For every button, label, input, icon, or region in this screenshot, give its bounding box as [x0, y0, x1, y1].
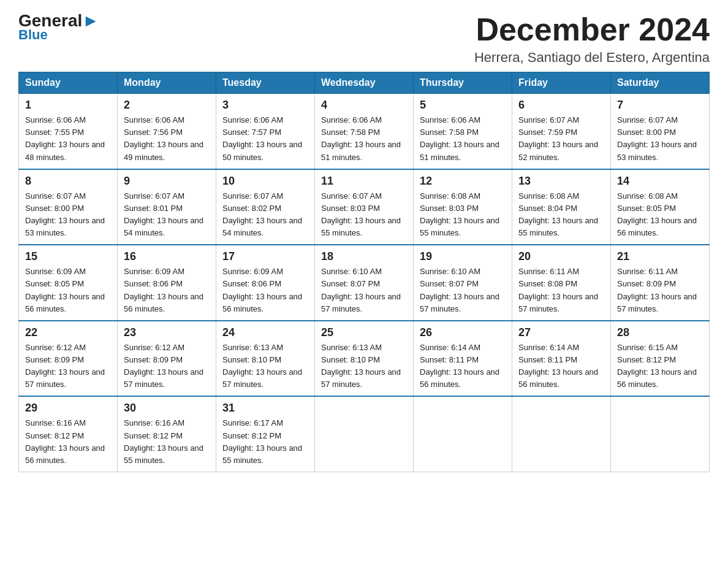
day-info: Sunrise: 6:06 AMSunset: 7:58 PMDaylight:…	[420, 114, 506, 164]
day-cell: 3Sunrise: 6:06 AMSunset: 7:57 PMDaylight…	[216, 94, 315, 169]
day-info: Sunrise: 6:16 AMSunset: 8:12 PMDaylight:…	[25, 417, 111, 467]
calendar-table: SundayMondayTuesdayWednesdayThursdayFrid…	[18, 72, 710, 472]
day-cell: 30Sunrise: 6:16 AMSunset: 8:12 PMDayligh…	[118, 396, 216, 472]
day-cell: 8Sunrise: 6:07 AMSunset: 8:00 PMDaylight…	[19, 169, 118, 245]
month-title: December 2024	[474, 12, 710, 47]
day-number: 25	[321, 326, 407, 339]
week-row-4: 22Sunrise: 6:12 AMSunset: 8:09 PMDayligh…	[19, 321, 710, 397]
day-info: Sunrise: 6:16 AMSunset: 8:12 PMDaylight:…	[124, 417, 210, 467]
day-cell: 10Sunrise: 6:07 AMSunset: 8:02 PMDayligh…	[216, 169, 315, 245]
day-cell: 6Sunrise: 6:07 AMSunset: 7:59 PMDaylight…	[512, 94, 611, 169]
day-info: Sunrise: 6:13 AMSunset: 8:10 PMDaylight:…	[222, 342, 308, 391]
day-info: Sunrise: 6:06 AMSunset: 7:58 PMDaylight:…	[321, 114, 407, 164]
header-friday: Friday	[512, 72, 611, 94]
day-number: 11	[321, 175, 407, 188]
day-info: Sunrise: 6:15 AMSunset: 8:12 PMDaylight:…	[617, 342, 703, 391]
day-info: Sunrise: 6:17 AMSunset: 8:12 PMDaylight:…	[222, 417, 308, 467]
day-info: Sunrise: 6:12 AMSunset: 8:09 PMDaylight:…	[124, 342, 210, 391]
header-wednesday: Wednesday	[315, 72, 414, 94]
day-cell: 4Sunrise: 6:06 AMSunset: 7:58 PMDaylight…	[315, 94, 414, 169]
day-cell	[611, 396, 710, 472]
day-cell: 19Sunrise: 6:10 AMSunset: 8:07 PMDayligh…	[414, 245, 512, 321]
day-cell: 28Sunrise: 6:15 AMSunset: 8:12 PMDayligh…	[611, 321, 710, 397]
day-cell: 13Sunrise: 6:08 AMSunset: 8:04 PMDayligh…	[512, 169, 611, 245]
day-info: Sunrise: 6:09 AMSunset: 8:05 PMDaylight:…	[25, 266, 111, 315]
day-info: Sunrise: 6:11 AMSunset: 8:08 PMDaylight:…	[518, 266, 604, 315]
day-cell: 23Sunrise: 6:12 AMSunset: 8:09 PMDayligh…	[118, 321, 216, 397]
day-cell: 29Sunrise: 6:16 AMSunset: 8:12 PMDayligh…	[19, 396, 118, 472]
day-cell	[315, 396, 414, 472]
day-number: 8	[25, 175, 111, 188]
day-info: Sunrise: 6:07 AMSunset: 8:03 PMDaylight:…	[321, 190, 407, 240]
page-header: General► Blue December 2024 Herrera, San…	[18, 12, 710, 66]
day-number: 7	[617, 99, 703, 112]
day-cell: 7Sunrise: 6:07 AMSunset: 8:00 PMDaylight…	[611, 94, 710, 169]
day-cell: 21Sunrise: 6:11 AMSunset: 8:09 PMDayligh…	[611, 245, 710, 321]
day-number: 4	[321, 99, 407, 112]
day-number: 26	[420, 326, 506, 339]
day-number: 18	[321, 250, 407, 263]
day-number: 15	[25, 250, 111, 263]
location-text: Herrera, Santiago del Estero, Argentina	[474, 50, 710, 66]
day-cell	[414, 396, 512, 472]
day-cell: 9Sunrise: 6:07 AMSunset: 8:01 PMDaylight…	[118, 169, 216, 245]
day-number: 9	[124, 175, 210, 188]
day-number: 5	[420, 99, 506, 112]
day-number: 12	[420, 175, 506, 188]
day-info: Sunrise: 6:08 AMSunset: 8:03 PMDaylight:…	[420, 190, 506, 240]
week-row-2: 8Sunrise: 6:07 AMSunset: 8:00 PMDaylight…	[19, 169, 710, 245]
day-number: 20	[518, 250, 604, 263]
day-cell: 12Sunrise: 6:08 AMSunset: 8:03 PMDayligh…	[414, 169, 512, 245]
day-number: 28	[617, 326, 703, 339]
day-cell: 14Sunrise: 6:08 AMSunset: 8:05 PMDayligh…	[611, 169, 710, 245]
day-number: 19	[420, 250, 506, 263]
day-info: Sunrise: 6:12 AMSunset: 8:09 PMDaylight:…	[25, 342, 111, 391]
day-cell: 1Sunrise: 6:06 AMSunset: 7:55 PMDaylight…	[19, 94, 118, 169]
day-number: 13	[518, 175, 604, 188]
day-info: Sunrise: 6:07 AMSunset: 8:00 PMDaylight:…	[25, 190, 111, 240]
header-tuesday: Tuesday	[216, 72, 315, 94]
day-cell: 11Sunrise: 6:07 AMSunset: 8:03 PMDayligh…	[315, 169, 414, 245]
day-info: Sunrise: 6:10 AMSunset: 8:07 PMDaylight:…	[420, 266, 506, 315]
header-thursday: Thursday	[414, 72, 512, 94]
day-number: 17	[222, 250, 308, 263]
day-cell: 26Sunrise: 6:14 AMSunset: 8:11 PMDayligh…	[414, 321, 512, 397]
day-cell: 17Sunrise: 6:09 AMSunset: 8:06 PMDayligh…	[216, 245, 315, 321]
day-cell: 25Sunrise: 6:13 AMSunset: 8:10 PMDayligh…	[315, 321, 414, 397]
title-area: December 2024 Herrera, Santiago del Este…	[474, 12, 710, 66]
day-info: Sunrise: 6:07 AMSunset: 7:59 PMDaylight:…	[518, 114, 604, 164]
header-monday: Monday	[118, 72, 216, 94]
day-info: Sunrise: 6:14 AMSunset: 8:11 PMDaylight:…	[518, 342, 604, 391]
day-info: Sunrise: 6:07 AMSunset: 8:02 PMDaylight:…	[222, 190, 308, 240]
day-info: Sunrise: 6:06 AMSunset: 7:57 PMDaylight:…	[222, 114, 308, 164]
day-number: 30	[124, 402, 210, 415]
day-info: Sunrise: 6:06 AMSunset: 7:56 PMDaylight:…	[124, 114, 210, 164]
day-cell: 27Sunrise: 6:14 AMSunset: 8:11 PMDayligh…	[512, 321, 611, 397]
day-cell: 15Sunrise: 6:09 AMSunset: 8:05 PMDayligh…	[19, 245, 118, 321]
day-cell: 22Sunrise: 6:12 AMSunset: 8:09 PMDayligh…	[19, 321, 118, 397]
day-info: Sunrise: 6:08 AMSunset: 8:04 PMDaylight:…	[518, 190, 604, 240]
day-info: Sunrise: 6:11 AMSunset: 8:09 PMDaylight:…	[617, 266, 703, 315]
day-number: 3	[222, 99, 308, 112]
day-number: 31	[222, 402, 308, 415]
day-cell: 31Sunrise: 6:17 AMSunset: 8:12 PMDayligh…	[216, 396, 315, 472]
day-info: Sunrise: 6:10 AMSunset: 8:07 PMDaylight:…	[321, 266, 407, 315]
logo-blue-text: Blue	[18, 27, 48, 43]
header-saturday: Saturday	[611, 72, 710, 94]
day-number: 10	[222, 175, 308, 188]
day-info: Sunrise: 6:07 AMSunset: 8:00 PMDaylight:…	[617, 114, 703, 164]
day-number: 6	[518, 99, 604, 112]
day-number: 14	[617, 175, 703, 188]
day-number: 2	[124, 99, 210, 112]
day-info: Sunrise: 6:06 AMSunset: 7:55 PMDaylight:…	[25, 114, 111, 164]
day-cell	[512, 396, 611, 472]
day-info: Sunrise: 6:08 AMSunset: 8:05 PMDaylight:…	[617, 190, 703, 240]
day-cell: 5Sunrise: 6:06 AMSunset: 7:58 PMDaylight…	[414, 94, 512, 169]
day-number: 22	[25, 326, 111, 339]
day-info: Sunrise: 6:07 AMSunset: 8:01 PMDaylight:…	[124, 190, 210, 240]
day-info: Sunrise: 6:09 AMSunset: 8:06 PMDaylight:…	[124, 266, 210, 315]
week-row-1: 1Sunrise: 6:06 AMSunset: 7:55 PMDaylight…	[19, 94, 710, 169]
calendar-body: 1Sunrise: 6:06 AMSunset: 7:55 PMDaylight…	[19, 94, 710, 472]
day-info: Sunrise: 6:13 AMSunset: 8:10 PMDaylight:…	[321, 342, 407, 391]
logo: General► Blue	[18, 12, 99, 43]
